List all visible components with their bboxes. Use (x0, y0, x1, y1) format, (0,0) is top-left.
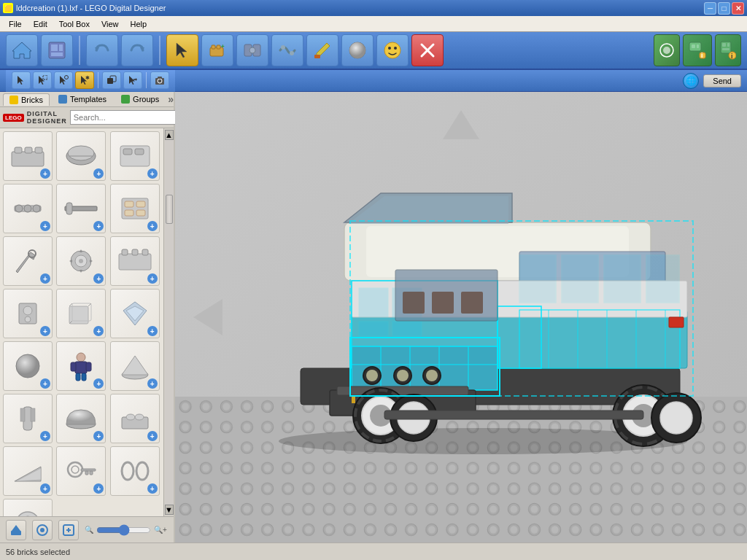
svg-rect-155 (352, 396, 355, 403)
brick-add-modified-plate[interactable]: + (147, 273, 158, 284)
tab-groups[interactable]: Groups (115, 93, 165, 105)
brick-item-gear[interactable]: + (56, 236, 106, 286)
brick-item-dome[interactable]: + (56, 394, 106, 443)
brick-item-bracket[interactable]: + (110, 184, 160, 233)
sec-camera-button[interactable] (150, 71, 169, 89)
home-button[interactable] (6, 34, 38, 66)
tab-bricks-label: Bricks (21, 96, 43, 104)
brick-add-flat-plate[interactable]: + (40, 168, 50, 179)
brick-icon-modified-plate (116, 244, 154, 279)
delete-tool-button[interactable] (411, 34, 444, 66)
info-button[interactable]: i (715, 34, 741, 66)
brick-item-chain[interactable]: + (110, 446, 160, 496)
svg-rect-154 (337, 386, 468, 395)
menu-toolbox[interactable]: Tool Box (53, 18, 96, 30)
restore-button[interactable]: □ (718, 2, 730, 15)
brick-item-wrench[interactable]: + (3, 236, 53, 286)
menu-edit[interactable]: Edit (28, 18, 53, 30)
brick-item-connector[interactable]: + (56, 131, 106, 181)
brick-item-pin[interactable]: + (3, 184, 53, 233)
brick-item-key2[interactable]: + (56, 446, 106, 496)
brick-item-cube[interactable]: + (56, 289, 106, 338)
add-brick-button[interactable]: + (201, 34, 233, 66)
brick-item-round-tile[interactable]: + (3, 499, 53, 516)
sidebar-collapse-button[interactable]: » (168, 93, 174, 105)
sidebar-bottom-btn1[interactable] (6, 520, 26, 540)
svg-marker-42 (136, 78, 137, 81)
brick-add-axle[interactable]: + (93, 221, 104, 231)
send-button[interactable]: Send (703, 74, 741, 88)
minimize-button[interactable]: ─ (704, 2, 716, 15)
undo-button[interactable] (86, 34, 118, 66)
brick-item-modified-plate[interactable]: + (110, 236, 160, 286)
toolbar-separator-1 (79, 36, 80, 65)
zoom-slider[interactable] (96, 524, 151, 536)
brick-add-sphere[interactable]: + (40, 378, 50, 389)
tab-templates[interactable]: Templates (53, 93, 112, 105)
sec-connected-button[interactable] (54, 71, 73, 89)
svg-text:✱: ✱ (85, 75, 90, 80)
sec-box-select-button[interactable] (33, 71, 52, 89)
sidebar-bottom-btn3[interactable] (58, 520, 79, 540)
sec-active-button[interactable]: ✱ (75, 71, 94, 89)
brick-add-key2[interactable]: + (93, 483, 104, 494)
brick-add-gear[interactable]: + (93, 273, 104, 284)
brick-add-bolt[interactable]: + (40, 431, 50, 441)
sphere-tool-button[interactable] (341, 34, 374, 66)
brick-item-figure[interactable]: + (56, 341, 106, 391)
brick-add-wedge[interactable]: + (40, 483, 50, 494)
brick-item-axle[interactable]: + (56, 184, 106, 233)
brick-add-diamond[interactable]: + (147, 326, 158, 336)
brick-item-cone[interactable]: + (110, 341, 160, 391)
svg-point-99 (68, 462, 82, 477)
sidebar-bottom: 🔍 🔍+ (0, 516, 174, 542)
export-button[interactable]: i (683, 34, 712, 66)
brick-add-cube[interactable]: + (93, 326, 104, 336)
brick-add-figure[interactable]: + (93, 378, 104, 389)
brick-item-flat-plate[interactable]: + (3, 131, 53, 181)
svg-rect-128 (359, 288, 388, 317)
paint-tool-button[interactable] (306, 34, 338, 66)
face-tool-button[interactable] (376, 34, 409, 66)
brick-add-pin2[interactable]: + (40, 326, 50, 336)
brick-add-wrench[interactable]: + (40, 273, 50, 284)
close-button[interactable]: ✕ (732, 2, 744, 15)
menu-file[interactable]: File (3, 18, 28, 30)
brick-add-connector[interactable]: + (93, 168, 104, 179)
brick-add-cone[interactable]: + (147, 378, 158, 389)
brick-add-tile[interactable]: + (147, 168, 158, 179)
brick-item-wedge[interactable]: + (3, 446, 53, 496)
tab-bricks[interactable]: Bricks (3, 93, 50, 106)
brick-add-pin[interactable]: + (40, 221, 50, 231)
brick-item-tile[interactable]: + (110, 131, 160, 181)
svg-rect-72 (122, 249, 128, 255)
sec-select-button[interactable] (12, 71, 31, 89)
menu-view[interactable]: View (96, 18, 125, 30)
sidebar-search-input[interactable] (70, 110, 178, 125)
sidebar-scrollbar[interactable]: ▲ ▼ (163, 128, 174, 516)
view-button[interactable] (41, 34, 73, 66)
brick-item-pin2[interactable]: + (3, 289, 53, 338)
sec-clone-button[interactable] (102, 71, 121, 89)
brick-item-sphere[interactable]: + (3, 341, 53, 391)
brick-item-bolt[interactable]: + (3, 394, 53, 443)
sec-drag-button[interactable] (123, 71, 142, 89)
brick-add-chain[interactable]: + (147, 483, 158, 494)
menu-help[interactable]: Help (125, 18, 153, 30)
svg-point-111 (40, 528, 44, 532)
svg-rect-108 (11, 531, 21, 535)
snapshot-button[interactable] (654, 34, 680, 66)
brick-add-bracket[interactable]: + (147, 221, 158, 231)
brick-item-diamond[interactable]: + (110, 289, 160, 338)
viewport[interactable] (175, 92, 747, 542)
flex-tool-button[interactable] (271, 34, 303, 66)
brick-item-stud[interactable]: + (110, 394, 160, 443)
svg-rect-47 (15, 147, 22, 153)
svg-point-105 (136, 462, 148, 480)
sidebar-bottom-btn2[interactable] (32, 520, 53, 540)
hinge-tool-button[interactable] (236, 34, 268, 66)
redo-button[interactable] (121, 34, 153, 66)
cursor-tool-button[interactable] (166, 34, 198, 66)
brick-add-dome[interactable]: + (93, 431, 104, 441)
brick-add-stud[interactable]: + (147, 431, 158, 441)
